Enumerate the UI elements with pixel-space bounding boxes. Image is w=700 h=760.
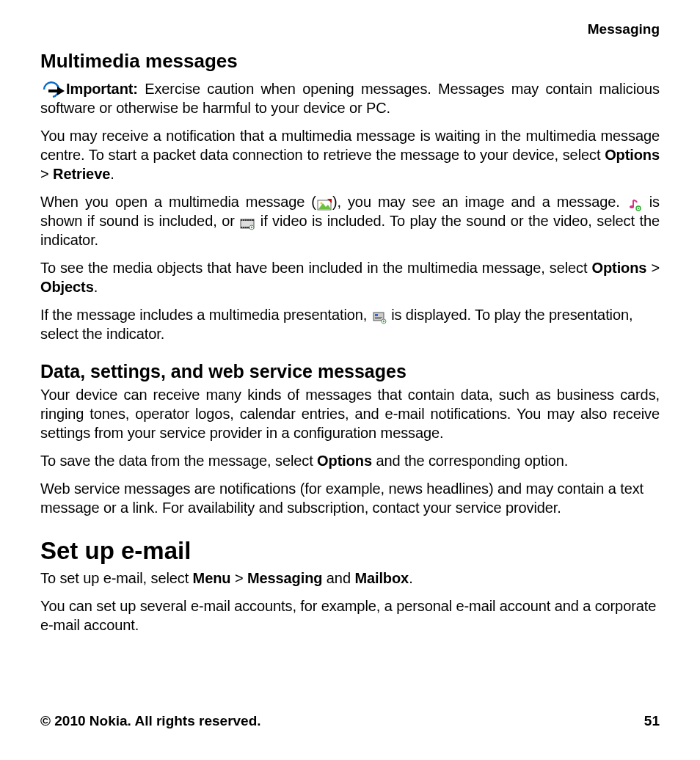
para-several-accounts: You can set up several e-mail accounts, … [40,596,660,635]
svg-rect-11 [242,220,243,221]
sound-icon [627,197,642,210]
text: . [409,570,412,586]
heading-multimedia-messages: Multimedia messages [40,49,660,74]
svg-rect-25 [375,317,382,318]
options-label: Options [605,147,660,163]
retrieve-label: Retrieve [53,166,110,182]
menu-label: Menu [193,570,231,586]
separator: > [646,260,660,276]
svg-rect-24 [375,314,378,316]
text: To set up e-mail, select [40,570,193,586]
page-number: 51 [644,712,660,731]
mms-image-icon [317,197,332,210]
page-footer: © 2010 Nokia. All rights reserved. 51 [40,712,660,731]
text: . [110,166,114,182]
para-objects: To see the media objects that have been … [40,258,660,296]
heading-data-settings-web: Data, settings, and web service messages [40,359,660,384]
svg-rect-18 [247,227,247,228]
svg-rect-12 [244,220,245,221]
svg-rect-13 [247,220,247,221]
separator: > [230,570,247,586]
svg-rect-26 [375,318,381,319]
svg-rect-17 [244,227,245,228]
copyright-text: © 2010 Nokia. All rights reserved. [40,712,261,731]
video-icon [240,216,255,229]
text: You may receive a notification that a mu… [40,128,660,163]
messaging-label: Messaging [247,570,322,586]
para-save-data: To save the data from the message, selec… [40,451,660,470]
para-open-mms: When you open a multimedia message ( ), … [40,192,660,249]
manual-page: Messaging Multimedia messages Important:… [0,0,700,760]
text: To save the data from the message, selec… [40,453,317,469]
svg-rect-15 [251,220,252,221]
para-presentation: If the message includes a multimedia pre… [40,305,660,343]
separator: > [40,166,53,182]
important-icon [41,79,65,98]
text: If the message includes a multimedia pre… [40,307,371,323]
para-retrieve: You may receive a notification that a mu… [40,126,660,183]
text: and [322,570,354,586]
svg-marker-7 [638,208,640,210]
para-setup-path: To set up e-mail, select Menu > Messagin… [40,569,660,588]
options-label: Options [592,260,647,276]
text: and the corresponding option. [372,453,568,469]
para-important: Important: Exercise caution when opening… [40,79,660,117]
text: ), you may see an image and a message. [332,194,627,210]
text: . [94,279,98,295]
important-label: Important: [66,81,138,97]
para-data-types: Your device can receive many kinds of me… [40,385,660,442]
objects-label: Objects [40,279,94,295]
mailbox-label: Mailbox [354,570,409,586]
text: When you open a multimedia message ( [40,194,316,210]
para-web-service: Web service messages are notifications (… [40,479,660,517]
heading-set-up-email: Set up e-mail [40,536,660,567]
svg-rect-16 [242,227,243,228]
svg-point-3 [320,202,322,205]
presentation-icon [372,310,387,323]
svg-rect-14 [249,220,249,221]
text: To see the media objects that have been … [40,260,592,276]
options-label: Options [317,453,372,469]
page-header-category: Messaging [40,21,660,39]
svg-point-5 [630,205,634,208]
